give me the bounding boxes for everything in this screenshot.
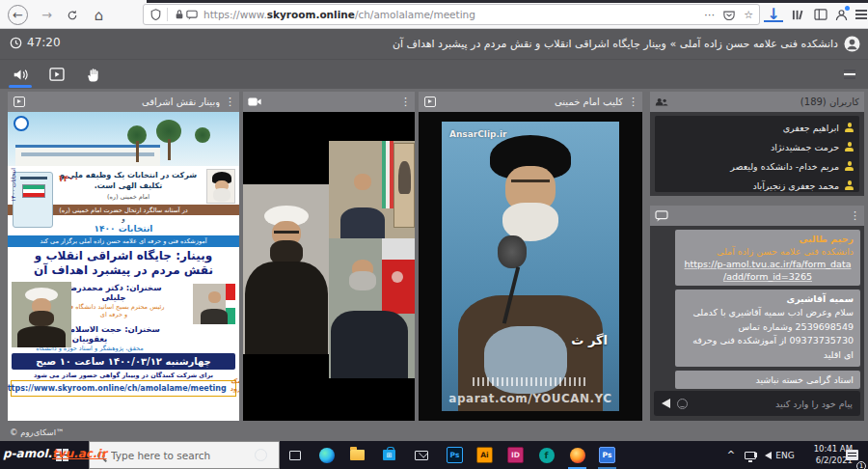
mail-icon[interactable]: [413, 447, 429, 463]
person-icon: [845, 180, 854, 190]
urlbar-divider: [167, 8, 168, 21]
photoshop-window-icon[interactable]: Ps: [599, 447, 615, 463]
clip-panel-menu-icon[interactable]: ⋮: [628, 97, 637, 107]
cortana-icon[interactable]: [253, 447, 269, 463]
task-view-icon[interactable]: [286, 447, 303, 463]
users-icon: [655, 97, 668, 108]
reload-button[interactable]: [62, 5, 82, 25]
ballot-label: انتخابات ۱۴۰۰: [10, 168, 16, 202]
meeting-toolbar: [0, 59, 868, 89]
quote-attribution: امام خمینی (ره): [56, 193, 201, 201]
webcam-feed-participant: [243, 184, 329, 354]
user-list-item[interactable]: محمد جعفری زنجیرآباد: [661, 176, 854, 192]
timer-value: 47:20: [27, 36, 61, 49]
send-icon[interactable]: [662, 399, 670, 408]
person-icon: [845, 142, 854, 152]
microsoft-store-icon[interactable]: ⊞: [381, 447, 397, 463]
popout-icon[interactable]: [423, 97, 437, 108]
photoshop-icon[interactable]: Ps: [447, 447, 463, 463]
bookmark-star-icon[interactable]: ☆: [744, 9, 753, 21]
webinar-poster: شرکت در انتخابات یک وظیفه ملی و تکلیف ال…: [8, 112, 239, 421]
meeting-title: دانشکده فنی علامه حسن زاده آملی » وبینار…: [393, 36, 860, 52]
chat-panel-menu-icon[interactable]: ⋮: [850, 210, 859, 221]
speaker1-name: سخنران: دکتر محمدرضا جلیلی: [62, 283, 166, 302]
university-emblem: [14, 116, 29, 131]
search-input[interactable]: [111, 450, 271, 461]
clip-panel: کلیپ امام خمینی ⋮ AnsarClip.ir اگر ث apa…: [419, 92, 642, 421]
speaker-toggle-button[interactable]: [10, 65, 31, 84]
skyroom-watermark: ™اسکای‌روم ©: [10, 428, 65, 437]
webcam-feed-black: [329, 378, 415, 421]
poster-panel-menu-icon[interactable]: ⋮: [225, 97, 234, 107]
entry-link-bar: لینک ورود : https://www.skyroom.online/c…: [11, 380, 236, 397]
popout-icon[interactable]: [13, 97, 26, 108]
toolbar-menu-button[interactable]: [839, 65, 860, 84]
downloads-icon[interactable]: ↓: [764, 7, 783, 22]
permissions-icon[interactable]: [185, 9, 198, 21]
clip-video-area: AnsarClip.ir اگر ث aparat.com/YOUCAN.YC: [419, 112, 642, 421]
speaker2-photo: [12, 282, 71, 347]
language-indicator[interactable]: ENG: [773, 441, 797, 469]
forward-button[interactable]: →: [37, 5, 57, 25]
indesign-icon[interactable]: ID: [507, 447, 524, 463]
webcams-panel-menu-icon[interactable]: ⋮: [400, 97, 410, 107]
session-timer: 47:20: [10, 36, 61, 49]
chat-text: دانشکده فنی علامه حسن زاده آملی: [682, 246, 854, 257]
chat-link[interactable]: /add/form_id=3265: [682, 271, 854, 282]
chat-input[interactable]: [694, 399, 853, 409]
webcam-feed-participant: [329, 141, 415, 238]
person-icon: [845, 123, 854, 132]
speakers-block: سخنران: دکتر محمدرضا جلیلی رئیس محترم بس…: [8, 280, 239, 351]
edge-icon[interactable]: [318, 447, 335, 463]
home-button[interactable]: ⌂: [89, 5, 109, 25]
raise-hand-button[interactable]: [83, 65, 104, 84]
taskbar-search[interactable]: [89, 441, 280, 469]
certificate-note: برای شرکت کنندگان در وبینار گواهی حضور ص…: [8, 370, 239, 380]
avatar-icon: [844, 36, 860, 52]
chat-bubble-icon: [655, 210, 668, 222]
notifications-icon[interactable]: 1: [841, 441, 862, 469]
media-share-button[interactable]: [46, 65, 68, 84]
webinar-title: وبینار: جایگاه اشراقی انقلاب و نقش مردم …: [8, 247, 239, 280]
webcam-grid: [243, 112, 415, 421]
hand-icon: [87, 68, 100, 82]
camera-icon[interactable]: [248, 97, 261, 108]
back-button[interactable]: ←: [8, 5, 28, 25]
emoji-icon[interactable]: [677, 399, 688, 409]
clock-icon: [10, 37, 22, 49]
pocket-icon[interactable]: [723, 10, 735, 20]
account-sync-badge: [845, 6, 850, 11]
file-explorer-icon[interactable]: [349, 447, 366, 463]
webcams-panel-header: ⋮: [243, 92, 415, 112]
windows-taskbar: p-amol.tvu.ac.ir ⊞ Ps Ai ID f Ps ^ ENG 1…: [0, 441, 868, 469]
sidebar-icon[interactable]: [811, 5, 830, 24]
users-list: ابراهیم جعفری حرمت جمشیدنژاد مریم خدام- …: [655, 116, 859, 192]
browser-toolbar: ← → ⌂ https://www.skyroom.online/ch/amol…: [0, 0, 868, 29]
chat-text: استاد گرامی خسته نباشید: [682, 374, 854, 385]
user-list-item[interactable]: حرمت جمشیدنژاد: [661, 137, 854, 156]
tray-chevron-icon[interactable]: ^: [723, 441, 739, 469]
url-text[interactable]: https://www.skyroom.online/ch/amolalame/…: [203, 9, 704, 20]
user-list-item[interactable]: مریم خدام- دانشکده ولیعصر: [661, 156, 854, 176]
chat-link[interactable]: https://p-amol.tvu.ac.ir/fa/form_data: [682, 259, 854, 269]
fresco-icon[interactable]: f: [538, 447, 555, 463]
users-panel: کاربران (189) ابراهیم جعفری حرمت جمشیدنژ…: [650, 92, 864, 196]
illustrator-icon[interactable]: Ai: [476, 447, 493, 463]
shield-icon[interactable]: [149, 9, 162, 21]
speaker1-role: رئیس محترم بسیج اساتید دانشگاه فنی و حرف…: [62, 303, 166, 318]
webcam-feed-black: [243, 112, 329, 184]
webcam-feed-black: [329, 112, 415, 141]
ballot-box-graphic: انتخابات ۱۴۰۰: [13, 172, 53, 228]
user-list-item[interactable]: ابراهیم جعفری: [661, 118, 854, 137]
notification-badge: 1: [856, 461, 866, 469]
account-icon[interactable]: [831, 5, 851, 24]
firefox-icon[interactable]: [569, 447, 585, 463]
link-label: لینک ورود :: [231, 377, 239, 400]
chat-message: رحیم طالبی دانشکده فنی علامه حسن زاده آم…: [675, 230, 860, 286]
library-icon[interactable]: [788, 5, 807, 24]
hamburger-menu-icon[interactable]: [852, 5, 868, 24]
lock-icon[interactable]: [173, 9, 185, 21]
page-actions-icon[interactable]: ⋯: [704, 9, 715, 21]
url-bar[interactable]: https://www.skyroom.online/ch/amolalame/…: [143, 4, 760, 25]
speaker1-photo: [193, 284, 235, 324]
